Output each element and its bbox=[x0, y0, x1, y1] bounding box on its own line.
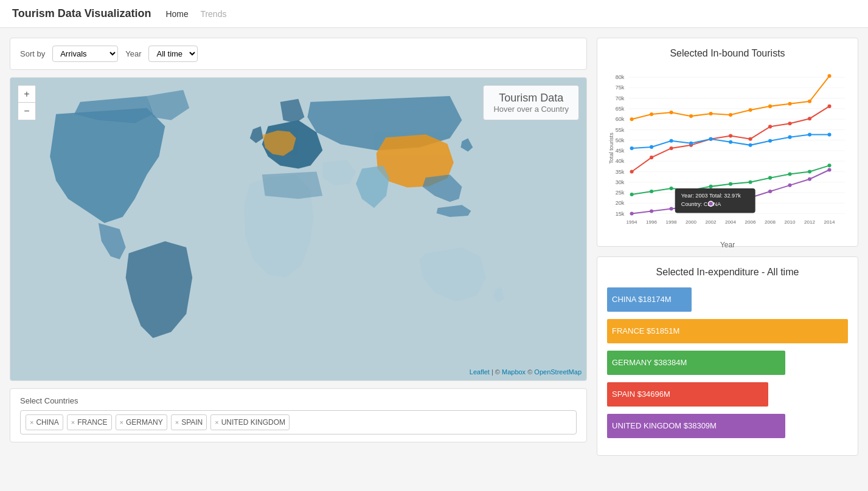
svg-point-80 bbox=[749, 180, 752, 184]
svg-point-73 bbox=[827, 133, 831, 137]
svg-point-60 bbox=[788, 122, 792, 125]
line-chart-section: Selected In-bound Tourists 80k 75k 70k 6… bbox=[597, 38, 858, 247]
sort-select[interactable]: Arrivals Departures Expenditure bbox=[52, 46, 118, 62]
svg-point-63 bbox=[630, 146, 634, 150]
svg-point-87 bbox=[670, 207, 673, 210]
svg-point-93 bbox=[788, 184, 792, 187]
tag-france-remove[interactable]: × bbox=[71, 419, 75, 426]
bar-chart-section: Selected In-expenditure - All time CHINA… bbox=[597, 256, 858, 456]
left-panel: Sort by Arrivals Departures Expenditure … bbox=[10, 38, 587, 479]
svg-text:45k: 45k bbox=[616, 148, 625, 154]
svg-point-66 bbox=[689, 142, 693, 145]
svg-point-54 bbox=[670, 146, 673, 150]
svg-point-92 bbox=[768, 190, 772, 193]
svg-point-48 bbox=[768, 105, 772, 108]
tag-uk-remove[interactable]: × bbox=[215, 419, 218, 426]
svg-point-79 bbox=[729, 182, 732, 186]
svg-point-53 bbox=[650, 156, 653, 159]
bar-china-label: CHINA $18174M bbox=[607, 287, 676, 312]
app-title: Tourism Data Visualization bbox=[12, 7, 151, 20]
tag-china: ×CHINA bbox=[26, 414, 63, 430]
svg-text:2008: 2008 bbox=[765, 219, 776, 225]
bar-france: FRANCE $51851M bbox=[607, 319, 848, 343]
main-layout: Sort by Arrivals Departures Expenditure … bbox=[0, 28, 868, 489]
map-tooltip-subtitle: Hover over a Country bbox=[493, 105, 569, 114]
tag-france: ×FRANCE bbox=[67, 414, 112, 430]
bar-germany-label: GERMANY $38384M bbox=[607, 351, 692, 375]
map-zoom-controls: + − bbox=[18, 85, 36, 120]
bar-uk-label: UNITED KINGDOM $38309M bbox=[607, 414, 721, 438]
map-info-tooltip: Tourism Data Hover over a Country bbox=[483, 85, 579, 120]
mapbox-link[interactable]: Mapbox bbox=[502, 368, 526, 376]
svg-point-45 bbox=[709, 112, 713, 115]
tag-germany-remove[interactable]: × bbox=[120, 419, 123, 426]
svg-point-68 bbox=[729, 140, 732, 144]
nav-trends[interactable]: Trends bbox=[200, 9, 226, 19]
svg-point-70 bbox=[768, 139, 772, 143]
svg-point-52 bbox=[630, 170, 634, 173]
svg-text:70k: 70k bbox=[616, 95, 625, 101]
svg-text:2012: 2012 bbox=[804, 219, 816, 225]
svg-text:65k: 65k bbox=[616, 106, 625, 112]
svg-point-81 bbox=[768, 176, 772, 180]
svg-point-44 bbox=[689, 114, 693, 118]
bar-germany: GERMANY $38384M bbox=[607, 351, 848, 375]
year-select[interactable]: All time 1994199619982000 20022004200620… bbox=[148, 46, 198, 62]
line-chart-area: 80k 75k 70k 65k 60k 55k 50k 45k 40k 35k … bbox=[607, 66, 848, 236]
nav-home[interactable]: Home bbox=[165, 9, 188, 19]
tag-uk: ×UNITED KINGDOM bbox=[210, 414, 290, 430]
osm-link[interactable]: OpenStreetMap bbox=[534, 368, 582, 376]
svg-point-59 bbox=[768, 125, 772, 128]
svg-text:1994: 1994 bbox=[627, 219, 638, 225]
main-nav: Home Trends bbox=[165, 9, 236, 19]
zoom-in-button[interactable]: + bbox=[18, 86, 35, 103]
svg-text:1996: 1996 bbox=[646, 219, 658, 225]
svg-text:Total tourists: Total tourists bbox=[608, 132, 614, 164]
right-panel: Selected In-bound Tourists 80k 75k 70k 6… bbox=[597, 38, 858, 479]
country-tags-input[interactable]: ×CHINA ×FRANCE ×GERMANY ×SPAIN ×UNITED K… bbox=[20, 410, 577, 434]
sort-label: Sort by bbox=[20, 49, 45, 58]
line-chart-svg: 80k 75k 70k 65k 60k 55k 50k 45k 40k 35k … bbox=[607, 66, 848, 236]
svg-point-86 bbox=[650, 209, 653, 213]
header: Tourism Data Visualization Home Trends bbox=[0, 0, 868, 28]
svg-point-47 bbox=[749, 108, 752, 112]
leaflet-link[interactable]: Leaflet bbox=[470, 368, 490, 376]
map-tooltip-title: Tourism Data bbox=[493, 92, 569, 105]
tag-china-remove[interactable]: × bbox=[30, 419, 33, 426]
svg-text:50k: 50k bbox=[616, 137, 625, 143]
svg-point-94 bbox=[808, 177, 811, 181]
svg-point-84 bbox=[827, 163, 831, 167]
svg-text:75k: 75k bbox=[616, 84, 625, 91]
svg-text:2002: 2002 bbox=[706, 219, 717, 225]
tag-germany: ×GERMANY bbox=[116, 414, 167, 430]
svg-point-62 bbox=[827, 105, 831, 108]
bar-france-label: FRANCE $51851M bbox=[607, 319, 684, 343]
svg-text:35k: 35k bbox=[616, 169, 625, 175]
svg-point-99 bbox=[709, 201, 713, 206]
svg-point-71 bbox=[788, 136, 792, 139]
svg-point-75 bbox=[650, 190, 653, 193]
bar-china: CHINA $18174M bbox=[607, 287, 848, 312]
svg-point-51 bbox=[827, 74, 831, 78]
svg-text:Year: 2003  Total: 32.97k: Year: 2003 Total: 32.97k bbox=[681, 193, 741, 199]
svg-text:40k: 40k bbox=[616, 158, 625, 164]
svg-point-72 bbox=[808, 133, 811, 137]
svg-point-49 bbox=[788, 102, 792, 106]
svg-point-74 bbox=[630, 193, 634, 196]
svg-text:2014: 2014 bbox=[824, 219, 836, 225]
svg-point-83 bbox=[808, 170, 811, 173]
zoom-out-button[interactable]: − bbox=[18, 103, 35, 120]
svg-text:30k: 30k bbox=[616, 179, 625, 185]
svg-point-46 bbox=[729, 113, 732, 117]
tag-spain-remove[interactable]: × bbox=[175, 419, 179, 426]
map-container: + − Tourism Data Hover over a Country bbox=[10, 77, 587, 381]
svg-point-69 bbox=[749, 143, 752, 147]
svg-point-95 bbox=[827, 168, 831, 171]
svg-point-78 bbox=[709, 185, 713, 188]
svg-text:2000: 2000 bbox=[686, 219, 697, 225]
line-chart-x-label: Year bbox=[607, 241, 848, 249]
bar-spain-label: SPAIN $34696M bbox=[607, 382, 675, 407]
svg-point-64 bbox=[650, 145, 653, 149]
map-attribution: Leaflet | © Mapbox © OpenStreetMap bbox=[470, 368, 582, 376]
svg-point-85 bbox=[630, 212, 634, 216]
